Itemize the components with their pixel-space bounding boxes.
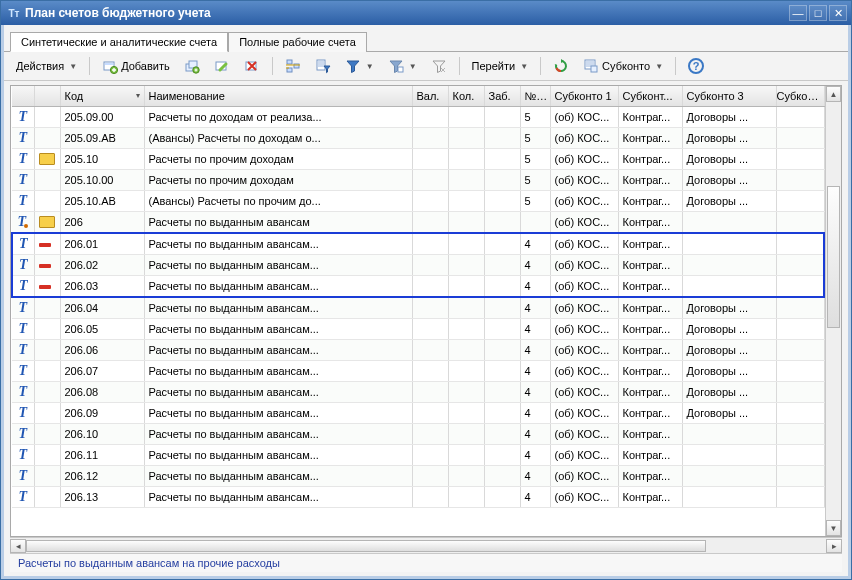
cell-val[interactable] — [412, 254, 448, 275]
cell-s3[interactable] — [682, 254, 776, 275]
add-button[interactable]: Добавить — [96, 55, 176, 77]
cell-zab[interactable] — [484, 190, 520, 211]
cell-code[interactable]: 205.10.АВ — [60, 190, 144, 211]
cell-s3[interactable] — [682, 423, 776, 444]
cell-n[interactable]: 4 — [520, 381, 550, 402]
cell-s3[interactable] — [682, 233, 776, 255]
cell-s3[interactable]: Договоры ... — [682, 106, 776, 127]
cell-name[interactable]: Расчеты по выданным авансам... — [144, 233, 412, 255]
cell-kol[interactable] — [448, 297, 484, 319]
cell-s2[interactable]: Контраг... — [618, 148, 682, 169]
cell-name[interactable]: Расчеты по прочим доходам — [144, 148, 412, 169]
close-button[interactable]: ✕ — [829, 5, 847, 21]
cell-s2[interactable]: Контраг... — [618, 106, 682, 127]
table-row[interactable]: Т206.04Расчеты по выданным авансам...4(о… — [12, 297, 824, 319]
cell-s3[interactable]: Договоры ... — [682, 360, 776, 381]
cell-zab[interactable] — [484, 465, 520, 486]
cell-name[interactable]: Расчеты по выданным авансам — [144, 211, 412, 233]
table-row[interactable]: Т206Расчеты по выданным авансам(об) КОС.… — [12, 211, 824, 233]
col-header-code[interactable]: Код▾ — [60, 86, 144, 106]
cell-val[interactable] — [412, 275, 448, 297]
cell-zab[interactable] — [484, 423, 520, 444]
cell-zab[interactable] — [484, 233, 520, 255]
cell-s2[interactable]: Контраг... — [618, 254, 682, 275]
cell-kol[interactable] — [448, 444, 484, 465]
refresh-button[interactable] — [547, 55, 575, 77]
cell-code[interactable]: 206.10 — [60, 423, 144, 444]
col-header-n[interactable]: № ... — [520, 86, 550, 106]
cell-n[interactable]: 5 — [520, 106, 550, 127]
cell-s1[interactable]: (об) КОС... — [550, 106, 618, 127]
table-row[interactable]: Т206.01Расчеты по выданным авансам...4(о… — [12, 233, 824, 255]
cell-zab[interactable] — [484, 106, 520, 127]
cell-zab[interactable] — [484, 254, 520, 275]
cell-s4[interactable] — [776, 127, 824, 148]
cell-s2[interactable]: Контраг... — [618, 465, 682, 486]
cell-s2[interactable]: Контраг... — [618, 190, 682, 211]
cell-s4[interactable] — [776, 148, 824, 169]
cell-code[interactable]: 206.07 — [60, 360, 144, 381]
cell-s1[interactable]: (об) КОС... — [550, 402, 618, 423]
cell-zab[interactable] — [484, 148, 520, 169]
table-row[interactable]: Т206.13Расчеты по выданным авансам...4(о… — [12, 486, 824, 507]
table-row[interactable]: Т206.09Расчеты по выданным авансам...4(о… — [12, 402, 824, 423]
cell-s1[interactable]: (об) КОС... — [550, 148, 618, 169]
cell-s4[interactable] — [776, 486, 824, 507]
cell-code[interactable]: 206.08 — [60, 381, 144, 402]
cell-kol[interactable] — [448, 360, 484, 381]
cell-s1[interactable]: (об) КОС... — [550, 169, 618, 190]
cell-s4[interactable] — [776, 106, 824, 127]
cell-val[interactable] — [412, 297, 448, 319]
cell-n[interactable]: 5 — [520, 190, 550, 211]
cell-name[interactable]: Расчеты по выданным авансам... — [144, 486, 412, 507]
cell-zab[interactable] — [484, 339, 520, 360]
cell-val[interactable] — [412, 106, 448, 127]
cell-n[interactable]: 5 — [520, 127, 550, 148]
cell-code[interactable]: 206.11 — [60, 444, 144, 465]
cell-s1[interactable]: (об) КОС... — [550, 381, 618, 402]
cell-n[interactable]: 4 — [520, 254, 550, 275]
cell-s3[interactable] — [682, 486, 776, 507]
scroll-right-button[interactable]: ▸ — [826, 539, 842, 553]
col-header-s4[interactable]: Субконт... — [776, 86, 824, 106]
cell-s3[interactable]: Договоры ... — [682, 297, 776, 319]
horizontal-scrollbar[interactable]: ◂ ▸ — [10, 537, 842, 553]
cell-s3[interactable]: Договоры ... — [682, 402, 776, 423]
cell-s1[interactable]: (об) КОС... — [550, 318, 618, 339]
cell-code[interactable]: 206.04 — [60, 297, 144, 319]
cell-n[interactable]: 4 — [520, 297, 550, 319]
cell-s1[interactable]: (об) КОС... — [550, 275, 618, 297]
cell-val[interactable] — [412, 423, 448, 444]
filter-clear-button[interactable] — [425, 55, 453, 77]
col-header-zab[interactable]: Заб. — [484, 86, 520, 106]
cell-name[interactable]: Расчеты по прочим доходам — [144, 169, 412, 190]
table-row[interactable]: Т205.10.АВ(Авансы) Расчеты по прочим до.… — [12, 190, 824, 211]
cell-code[interactable]: 205.09.АВ — [60, 127, 144, 148]
cell-s3[interactable]: Договоры ... — [682, 339, 776, 360]
col-header-type[interactable] — [12, 86, 34, 106]
subconto-button[interactable]: Субконто▼ — [577, 55, 669, 77]
cell-s4[interactable] — [776, 233, 824, 255]
cell-name[interactable]: Расчеты по выданным авансам... — [144, 275, 412, 297]
cell-s1[interactable]: (об) КОС... — [550, 486, 618, 507]
cell-s3[interactable] — [682, 465, 776, 486]
cell-s3[interactable]: Договоры ... — [682, 148, 776, 169]
cell-s3[interactable] — [682, 211, 776, 233]
cell-n[interactable] — [520, 211, 550, 233]
cell-code[interactable]: 206.03 — [60, 275, 144, 297]
col-header-kol[interactable]: Кол. — [448, 86, 484, 106]
cell-kol[interactable] — [448, 275, 484, 297]
cell-kol[interactable] — [448, 254, 484, 275]
table-row[interactable]: Т206.06Расчеты по выданным авансам...4(о… — [12, 339, 824, 360]
cell-val[interactable] — [412, 233, 448, 255]
table-row[interactable]: Т205.09.АВ(Авансы) Расчеты по доходам о.… — [12, 127, 824, 148]
cell-zab[interactable] — [484, 360, 520, 381]
cell-s1[interactable]: (об) КОС... — [550, 297, 618, 319]
cell-zab[interactable] — [484, 275, 520, 297]
cell-kol[interactable] — [448, 402, 484, 423]
table-row[interactable]: Т206.12Расчеты по выданным авансам...4(о… — [12, 465, 824, 486]
cell-s2[interactable]: Контраг... — [618, 127, 682, 148]
cell-val[interactable] — [412, 381, 448, 402]
col-header-s2[interactable]: Субконт... — [618, 86, 682, 106]
cell-kol[interactable] — [448, 339, 484, 360]
